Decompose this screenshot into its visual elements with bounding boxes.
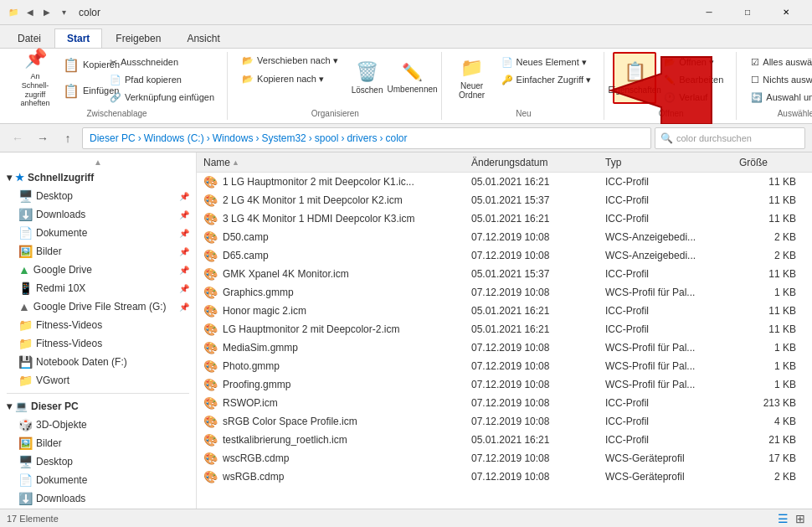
bc-windows[interactable]: Windows (C:) <box>144 132 204 144</box>
tab-datei[interactable]: Datei <box>5 28 54 48</box>
forward-small-btn[interactable]: ▶ <box>40 6 54 19</box>
kopieren-nach-btn[interactable]: 📂 Kopieren nach ▾ <box>236 70 344 87</box>
alles-btn[interactable]: ☑ Alles auswählen <box>745 54 812 70</box>
verlauf-btn[interactable]: 🕐 Verlauf <box>658 89 729 106</box>
file-row[interactable]: 🎨 testkalibrierung_roetlich.icm 05.01.20… <box>197 431 812 449</box>
file-row[interactable]: 🎨 1 LG Hauptmonitor 2 mit Deepcolor K1.i… <box>197 173 812 191</box>
up-btn[interactable]: ↑ <box>57 127 79 149</box>
eigenschaften-btn[interactable]: 📋 Eigenschaften <box>613 52 656 104</box>
sidebar-item-desktop[interactable]: 🖥️ Desktop 📌 <box>0 187 196 205</box>
file-name-4: 🎨 D50.camp <box>200 230 468 244</box>
ausschneiden-btn[interactable]: ✂ Ausschneiden <box>104 54 220 70</box>
details-view-icon[interactable]: ☰ <box>778 512 789 525</box>
sidebar-item-google-drive[interactable]: ▲ Google Drive 📌 <box>0 261 196 279</box>
title-bar-icons: 📁 ◀ ▶ ▾ <box>7 6 70 19</box>
file-row[interactable]: 🎨 Honor magic 2.icm 05.01.2021 16:21 ICC… <box>197 302 812 320</box>
bc-drivers[interactable]: drivers <box>347 132 377 144</box>
bc-system32[interactable]: System32 <box>261 132 306 144</box>
file-row[interactable]: 🎨 Proofing.gmmp 07.12.2019 10:08 WCS-Pro… <box>197 375 812 394</box>
loeschen-icon: 🗑️ <box>356 61 378 83</box>
close-btn[interactable]: ✕ <box>767 0 805 25</box>
einfuegen-btn[interactable]: 📋 Einfügen <box>59 78 102 103</box>
umbenennen-btn[interactable]: ✏️ Umbenennen <box>391 52 434 104</box>
pin-btn[interactable]: 📌 An Schnell­zugriff anheften <box>13 52 57 104</box>
file-icon-4: 🎨 <box>203 230 218 244</box>
file-name-5: 🎨 D65.camp <box>200 249 468 262</box>
col-name[interactable]: Name ▲ <box>200 157 468 168</box>
gdf-pin: 📌 <box>179 302 189 312</box>
tab-ansicht[interactable]: Ansicht <box>174 28 232 48</box>
pfad-kopieren-btn[interactable]: 📄 Pfad kopieren <box>104 71 220 88</box>
bearbeiten-btn[interactable]: ✏️ Bearbeiten <box>658 71 729 88</box>
back-btn[interactable]: ← <box>7 127 28 149</box>
verknuepfung-btn[interactable]: 🔗 Verknüpfung einfügen <box>104 89 220 106</box>
3d-label: 3D-Objekte <box>36 419 189 431</box>
sidebar-item-vgwort[interactable]: 📁 VGwort <box>0 371 196 390</box>
file-row[interactable]: 🎨 3 LG 4K Monitor 1 HDMI Deepcolor K3.ic… <box>197 209 812 228</box>
verschieben-btn[interactable]: 📂 Verschieben nach ▾ <box>236 52 344 69</box>
tiles-view-icon[interactable]: ⊞ <box>795 512 805 525</box>
file-row[interactable]: 🎨 wscRGB.cdmp 07.12.2019 10:08 WCS-Gerät… <box>197 449 812 468</box>
col-size-label: Größe <box>739 157 768 168</box>
sidebar-item-bilder-pc[interactable]: 🖼️ Bilder <box>0 434 196 452</box>
loeschen-btn[interactable]: 🗑️ Löschen <box>346 52 389 104</box>
sidebar-item-dokumente[interactable]: 📄 Dokumente 📌 <box>0 224 196 242</box>
file-row[interactable]: 🎨 Photo.gmmp 07.12.2019 10:08 WCS-Profil… <box>197 357 812 375</box>
neues-element-btn[interactable]: 📄 Neues Element ▾ <box>496 54 598 70</box>
neuer-ordner-btn[interactable]: 📁 Neuer Ordner <box>450 52 494 104</box>
bc-pc[interactable]: Dieser PC <box>90 132 136 144</box>
umkehren-btn[interactable]: 🔄 Auswahl umkehren <box>745 89 812 106</box>
file-row[interactable]: 🎨 GMK Xpanel 4K Monitor.icm 05.01.2021 1… <box>197 265 812 283</box>
bilder-pin: 📌 <box>179 247 189 256</box>
file-row[interactable]: 🎨 Graphics.gmmp 07.12.2019 10:08 WCS-Pro… <box>197 283 812 302</box>
sidebar-item-fitness1[interactable]: 📁 Fitness-Videos <box>0 316 196 334</box>
nichts-btn[interactable]: ☐ Nichts auswählen <box>745 71 812 88</box>
oeffnen-btn[interactable]: 📂 Öffnen ▾ <box>658 54 729 70</box>
tab-freigeben[interactable]: Freigeben <box>103 28 173 48</box>
bc-windows2[interactable]: Windows <box>213 132 254 144</box>
sidebar-item-downloads-pc[interactable]: ⬇️ Downloads <box>0 489 196 508</box>
file-row[interactable]: 🎨 wsRGB.cdmp 07.12.2019 10:08 WCS-Geräte… <box>197 468 812 486</box>
file-name-2: 🎨 2 LG 4K Monitor 1 mit Deepcolor K2.icm <box>200 194 468 207</box>
file-row[interactable]: 🎨 D65.camp 07.12.2019 10:08 WCS-Anzeigeb… <box>197 246 812 265</box>
file-name-6: 🎨 GMK Xpanel 4K Monitor.icm <box>200 267 468 281</box>
sidebar-item-downloads[interactable]: ⬇️ Downloads 📌 <box>0 205 196 224</box>
col-type[interactable]: Typ <box>602 157 736 168</box>
ribbon: 📌 An Schnell­zugriff anheften 📋 Kopieren… <box>0 49 812 124</box>
back-small-btn[interactable]: ◀ <box>23 6 37 19</box>
file-row[interactable]: 🎨 2 LG 4K Monitor 1 mit Deepcolor K2.icm… <box>197 191 812 209</box>
fitness1-icon: 📁 <box>18 318 33 332</box>
file-row[interactable]: 🎨 LG Hauptmonitor 2 mit Deepcolor-2.icm … <box>197 320 812 338</box>
sidebar-item-redmi[interactable]: 📱 Redmi 10X 📌 <box>0 279 196 297</box>
col-size[interactable]: Größe <box>736 157 803 168</box>
neues-element-label: Neues Element ▾ <box>516 57 587 68</box>
col-date[interactable]: Änderungsdatum <box>468 157 602 168</box>
einfacher-zugriff-btn[interactable]: 🔑 Einfacher Zugriff ▾ <box>496 71 598 88</box>
down-small-btn[interactable]: ▾ <box>57 6 70 19</box>
quick-access-header[interactable]: ▾ ★ Schnellzugriff <box>0 168 196 187</box>
vgwort-label: VGwort <box>36 375 189 386</box>
sidebar-item-desktop-pc[interactable]: 🖥️ Desktop <box>0 452 196 471</box>
sidebar-item-3d[interactable]: 🎲 3D-Objekte <box>0 416 196 434</box>
file-icon-8: 🎨 <box>203 304 218 318</box>
dieser-pc-header[interactable]: ▾ 💻 Dieser PC <box>0 397 196 416</box>
file-row[interactable]: 🎨 RSWOP.icm 07.12.2019 10:08 ICC-Profil … <box>197 394 812 412</box>
sidebar-item-notebook[interactable]: 💾 Notebook Daten (F:) <box>0 353 196 371</box>
file-row[interactable]: 🎨 D50.camp 07.12.2019 10:08 WCS-Anzeigeb… <box>197 228 812 246</box>
sidebar-item-fitness2[interactable]: 📁 Fitness-Videos <box>0 334 196 353</box>
file-name-13: 🎨 RSWOP.icm <box>200 396 468 410</box>
sidebar-item-dokumente-pc[interactable]: 📄 Dokumente <box>0 471 196 489</box>
kopieren-btn[interactable]: 📋 Kopieren <box>59 52 102 77</box>
breadcrumb[interactable]: Dieser PC › Windows (C:) › Windows › Sys… <box>82 127 651 149</box>
umbenennen-icon: ✏️ <box>402 62 423 82</box>
file-row[interactable]: 🎨 sRGB Color Space Profile.icm 07.12.201… <box>197 412 812 431</box>
sidebar-item-gdf-stream[interactable]: ▲ Google Drive File Stream (G:) 📌 <box>0 297 196 316</box>
tab-start[interactable]: Start <box>54 28 102 48</box>
file-row[interactable]: 🎨 MediaSim.gmmp 07.12.2019 10:08 WCS-Pro… <box>197 338 812 357</box>
minimize-btn[interactable]: ─ <box>690 0 728 25</box>
bc-spool[interactable]: spool <box>315 132 339 144</box>
maximize-btn[interactable]: □ <box>728 0 767 25</box>
sidebar-item-bilder[interactable]: 🖼️ Bilder 📌 <box>0 242 196 261</box>
search-bar[interactable]: 🔍 color durchsuchen <box>655 127 805 149</box>
forward-btn[interactable]: → <box>32 127 54 149</box>
